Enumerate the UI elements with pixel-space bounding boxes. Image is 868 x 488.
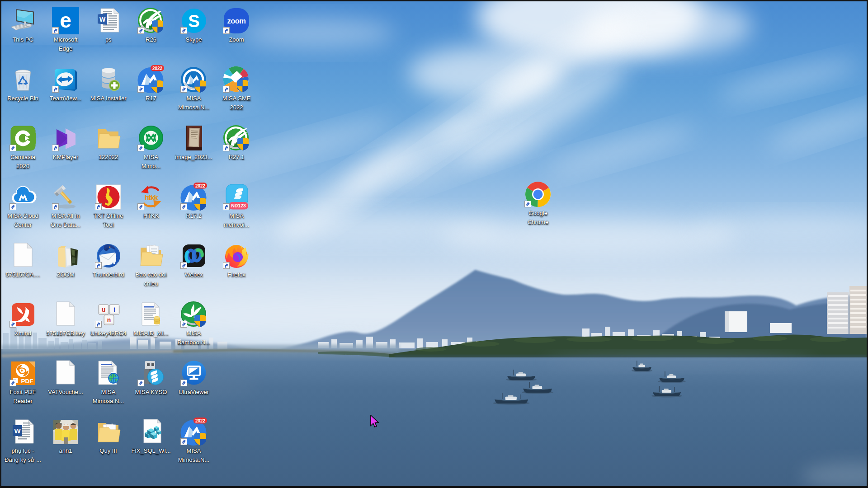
svg-text:PDF: PDF [21,378,33,385]
svg-text:W: W [99,16,105,23]
svg-text:NĐ123: NĐ123 [231,203,246,208]
svg-text:htkk: htkk [145,193,159,202]
svg-text:W: W [14,427,21,435]
svg-text:S: S [188,12,199,31]
svg-text:2022: 2022 [195,418,205,423]
svg-text:2022: 2022 [195,183,205,188]
svg-text:u: u [101,306,105,313]
svg-text:2022: 2022 [152,66,163,71]
svg-text:e: e [60,9,71,32]
svg-text:n: n [107,316,111,324]
svg-text:zoom: zoom [227,17,245,25]
svg-text:i: i [113,306,115,313]
